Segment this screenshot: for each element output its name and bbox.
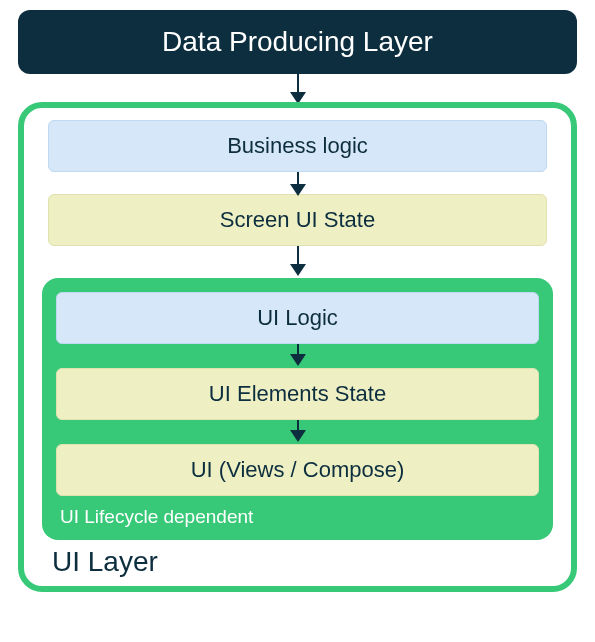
arrow-down-icon	[297, 344, 299, 364]
ui-lifecycle-container: UI Logic UI Elements State UI (Views / C…	[42, 278, 553, 540]
ui-views-compose-box: UI (Views / Compose)	[56, 444, 539, 496]
arrow-down-icon	[297, 74, 299, 102]
screen-ui-state-label: Screen UI State	[220, 207, 375, 232]
arrow-container	[10, 74, 585, 102]
data-producing-layer-label: Data Producing Layer	[162, 26, 433, 57]
ui-elements-state-label: UI Elements State	[209, 381, 386, 406]
arrow-down-icon	[297, 172, 299, 194]
data-producing-layer-box: Data Producing Layer	[18, 10, 577, 74]
lifecycle-dependent-label: UI Lifecycle dependent	[52, 496, 543, 530]
ui-layer-container: Business logic Screen UI State UI Logic …	[18, 102, 577, 592]
arrow-container	[42, 172, 553, 194]
arrow-container	[52, 420, 543, 444]
business-logic-box: Business logic	[48, 120, 547, 172]
arrow-down-icon	[297, 420, 299, 440]
ui-logic-label: UI Logic	[257, 305, 338, 330]
screen-ui-state-box: Screen UI State	[48, 194, 547, 246]
ui-elements-state-box: UI Elements State	[56, 368, 539, 420]
arrow-container	[52, 344, 543, 368]
ui-layer-label: UI Layer	[42, 540, 553, 578]
ui-views-compose-label: UI (Views / Compose)	[191, 457, 405, 482]
arrow-container	[42, 246, 553, 274]
arrow-down-icon	[297, 246, 299, 274]
business-logic-label: Business logic	[227, 133, 368, 158]
ui-logic-box: UI Logic	[56, 292, 539, 344]
